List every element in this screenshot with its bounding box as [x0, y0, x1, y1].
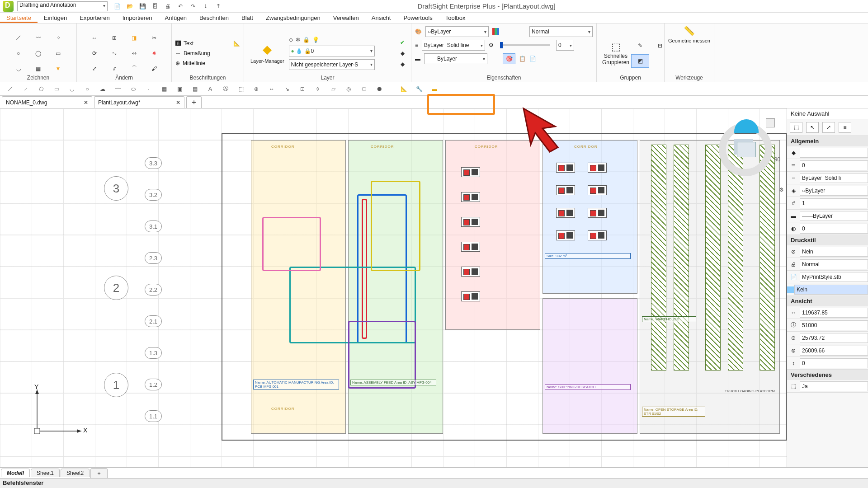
drawing-canvas[interactable]: 1 2 3 1.1 1.2 1.3 2.1 2.2 2.3 3.1 3.2 3.… [0, 108, 787, 467]
center-label[interactable]: Mittellinie [183, 60, 205, 66]
mirror-tool[interactable]: ⇋ [107, 47, 122, 60]
qt-wipe[interactable]: ◊ [313, 84, 323, 94]
close-icon[interactable]: ✕ [84, 99, 88, 106]
move-tool[interactable]: ↔ [87, 31, 102, 45]
prop-mode-4[interactable]: ≡ [839, 122, 851, 133]
qat-print[interactable]: 🖨 [164, 2, 172, 10]
qt-donut[interactable]: ◎ [344, 84, 354, 94]
center-icon[interactable]: ⊕ [175, 60, 180, 66]
array-tool[interactable]: ⊞ [107, 31, 122, 45]
sheet-tab-add[interactable]: ＋ [90, 468, 108, 478]
qt-revcloud[interactable]: ☁ [98, 84, 108, 94]
qt-circle[interactable]: ○ [82, 84, 92, 94]
qt-spline[interactable]: 〰 [113, 84, 123, 94]
tab-exportieren[interactable]: Exportieren [73, 13, 116, 23]
color-select[interactable]: ○ ByLayer [425, 26, 489, 37]
triangle-tool[interactable]: ▼ [51, 62, 66, 75]
color-icon[interactable]: 🎨 [415, 28, 422, 35]
viewcube-settings[interactable]: ⚙ [776, 184, 787, 195]
sheet-tab-2[interactable]: Sheet2 [61, 469, 90, 477]
viewcube-north[interactable] [734, 119, 759, 133]
prop-misc[interactable]: Ja [800, 381, 868, 391]
layer-state[interactable]: Nicht gespeicherter Layer-S [289, 59, 375, 70]
props-palette[interactable]: 📄 [529, 56, 536, 62]
qt-custom-c[interactable]: ▬ [429, 84, 439, 94]
text-icon[interactable]: 🅰 [175, 40, 181, 47]
qt-block[interactable]: ⬚ [236, 84, 246, 94]
ltype-icon[interactable]: ≡ [415, 42, 418, 48]
qt-line[interactable]: ／ [5, 84, 15, 94]
qt-rect[interactable]: ▭ [52, 84, 61, 94]
workspace-selector[interactable]: Drafting and Annotation [17, 1, 108, 11]
viewcube[interactable]: 90 [716, 120, 775, 179]
layer-on[interactable]: ✔ [400, 39, 405, 46]
layer-lock[interactable]: 🔒 [303, 37, 310, 43]
qt-3d[interactable]: ⬢ [374, 84, 384, 94]
erase-tool[interactable]: ◨ [127, 31, 142, 45]
transp-value[interactable]: 0 [556, 40, 574, 51]
qt-table[interactable]: ▤ [190, 84, 200, 94]
tab-verwalten[interactable]: Verwalten [327, 13, 365, 23]
qat-export[interactable]: ⤓ [202, 2, 210, 10]
prop-vc[interactable]: 25793.72 [800, 333, 868, 343]
group-select[interactable]: ◩ [631, 54, 649, 68]
qt-custom-b[interactable]: 🔧 [414, 84, 424, 94]
layer-freeze[interactable]: ❄ [296, 37, 300, 43]
tab-importieren[interactable]: Importieren [116, 13, 159, 23]
fillet-tool[interactable]: ⌒ [127, 62, 142, 75]
measure-icon[interactable]: 📏 [684, 25, 695, 36]
stretch-tool[interactable]: ⇔ [127, 47, 142, 60]
qat-saveas[interactable]: 🗄 [151, 2, 159, 10]
qt-point[interactable]: · [144, 84, 154, 94]
prop-mode-3[interactable]: ⤢ [822, 122, 835, 133]
qt-dim[interactable]: ↔ [267, 84, 277, 94]
qt-ellipse[interactable]: ⬭ [128, 84, 138, 94]
smartdim-icon[interactable]: 📐 [233, 40, 240, 47]
viewcube-home[interactable] [766, 118, 775, 127]
prop-ve[interactable]: 0 [800, 358, 868, 368]
qt-custom-a[interactable]: 📐 [399, 84, 409, 94]
ellipse-tool[interactable]: ◯ [31, 47, 46, 60]
color-swatches[interactable] [492, 28, 499, 35]
prop-color[interactable] [800, 148, 868, 158]
text-label[interactable]: Text [184, 40, 193, 47]
prop-scale[interactable]: 1 [800, 198, 868, 208]
tab-startseite[interactable]: Startseite [0, 13, 38, 23]
qat-open[interactable]: 📂 [126, 2, 134, 10]
qt-arc[interactable]: ◡ [67, 84, 77, 94]
lw-icon[interactable]: ▬ [415, 56, 420, 62]
qat-undo[interactable]: ↶ [176, 2, 184, 10]
qt-region[interactable]: ▣ [175, 84, 184, 94]
prop-transp[interactable]: 0 [800, 224, 868, 234]
prop-plot-none[interactable]: Kein [794, 285, 868, 295]
layer-current[interactable]: ● 💧 🔒 0 [289, 46, 375, 56]
tab-toolbox[interactable]: Toolbox [439, 13, 472, 23]
circle-tool[interactable]: ○ [11, 47, 26, 60]
tab-ansicht[interactable]: Ansicht [365, 13, 397, 23]
prop-plot-style[interactable]: MyPrintStyle.stb [800, 272, 868, 282]
measure-label[interactable]: Geometrie messen [668, 38, 710, 44]
prop-vd[interactable]: 26009.66 [800, 346, 868, 356]
sheet-tab-model[interactable]: Modell [1, 469, 30, 477]
tab-einfuegen[interactable]: Einfügen [38, 13, 73, 23]
qt-mtext[interactable]: Ⓐ [221, 84, 231, 94]
point-tool[interactable]: ⁘ [51, 31, 66, 45]
line-tool[interactable]: ／ [11, 31, 26, 45]
viewcube-face[interactable] [737, 142, 756, 157]
qat-new[interactable]: 📄 [113, 2, 121, 10]
layer-prev[interactable]: ◆ [401, 50, 405, 56]
close-icon[interactable]: ✕ [176, 99, 180, 106]
doc-tab-add[interactable]: ＋ [186, 96, 202, 108]
group-edit[interactable]: ✎ [631, 39, 649, 52]
qt-poly[interactable]: ⬠ [36, 84, 46, 94]
prop-vb[interactable]: 51000 [800, 320, 868, 330]
scale-tool[interactable]: ⤢ [87, 62, 102, 75]
quick-group-icon[interactable]: ⬚ [611, 41, 621, 53]
prop-plot-on[interactable]: Nein [800, 247, 868, 257]
prop-va[interactable]: 119637.85 [800, 308, 868, 318]
layer-manager-label[interactable]: Layer-Manager [250, 58, 284, 64]
layer-manager-icon[interactable]: ◆ [263, 42, 272, 56]
prop-lw[interactable]: —— ByLayer [800, 211, 868, 221]
quick-group-label[interactable]: Schnelles Gruppieren [602, 53, 629, 66]
list-props[interactable]: 📋 [519, 56, 526, 62]
